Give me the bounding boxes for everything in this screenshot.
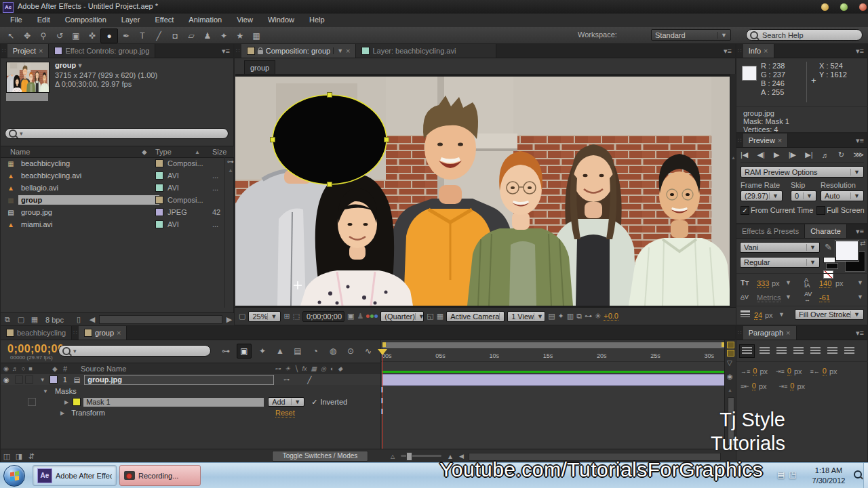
tool-button[interactable]: ▣: [68, 29, 84, 43]
source-name-column[interactable]: Source Name: [81, 365, 126, 373]
timeline-button[interactable]: ∿: [361, 344, 375, 358]
layer-duration-bar[interactable]: [382, 374, 724, 386]
tag-icon[interactable]: ⬥: [142, 148, 147, 157]
target-region-icon[interactable]: ◱: [427, 312, 433, 321]
ram-preview-options-select[interactable]: RAM Preview Options▼: [741, 166, 864, 178]
chevron-down-icon[interactable]: ▼: [778, 311, 785, 318]
item-name[interactable]: beachbicycling.avi: [18, 171, 84, 180]
font-family-select[interactable]: Vani▼: [740, 242, 820, 253]
item-name[interactable]: group: [18, 195, 159, 205]
always-preview-icon[interactable]: ▢: [239, 312, 245, 321]
menu-item[interactable]: Layer: [114, 14, 148, 26]
show-desktop-button[interactable]: [863, 463, 868, 488]
tab-composition[interactable]: Composition: group ▼ ×: [241, 44, 357, 58]
tool-button[interactable]: ↺: [52, 29, 68, 43]
workspace-select[interactable]: Standard▼: [651, 29, 731, 41]
comp-marker-bin[interactable]: [727, 342, 734, 348]
indent-first-line-value[interactable]: 0: [787, 367, 791, 375]
tab-effects-presets[interactable]: Effects & Presets: [736, 224, 805, 238]
pixel-aspect-icon[interactable]: ✦: [558, 312, 564, 321]
project-item-row[interactable]: ▲ miami.avi AVI ...: [1, 218, 224, 230]
lock-icon[interactable]: [258, 50, 263, 54]
expand-arrow-icon[interactable]: ▶: [60, 410, 64, 416]
menu-item[interactable]: View: [229, 14, 260, 26]
expand-arrow-icon[interactable]: ▼: [40, 377, 45, 383]
share-view-icon[interactable]: ▤: [548, 312, 555, 321]
expand-layer-pane-icon[interactable]: ◫: [1, 452, 13, 461]
full-screen-checkbox[interactable]: [816, 206, 825, 215]
taskbar-search-icon[interactable]: [854, 470, 862, 479]
column-name[interactable]: Name: [1, 148, 30, 156]
menu-item[interactable]: Animation: [181, 14, 229, 26]
solo-toggle[interactable]: [25, 375, 33, 384]
tool-button[interactable]: ✒: [118, 29, 134, 43]
item-name[interactable]: group.jpg: [18, 207, 55, 217]
transport-button[interactable]: |◀: [741, 150, 748, 159]
item-label-swatch[interactable]: [155, 196, 163, 204]
mini-fill-icon[interactable]: [823, 257, 835, 263]
quality-icon[interactable]: ╱: [307, 376, 311, 384]
timeline-button[interactable]: ▲: [273, 344, 287, 358]
expand-arrow-icon[interactable]: ▶: [64, 399, 68, 405]
frame-rate-select[interactable]: (29.97)▼: [741, 190, 783, 201]
scroll-up-icon[interactable]: ▲: [228, 167, 233, 174]
from-current-time-checkbox[interactable]: ✓: [741, 206, 749, 215]
transport-button[interactable]: ◀|: [757, 150, 765, 159]
new-folder-icon[interactable]: ▢: [14, 315, 28, 324]
eyedropper-icon[interactable]: ✎: [825, 242, 832, 252]
item-label-swatch[interactable]: [155, 208, 163, 216]
menu-item[interactable]: File: [3, 14, 30, 26]
chevron-down-icon[interactable]: ▼: [785, 279, 791, 286]
view-layout-select[interactable]: 1 View▼: [507, 311, 545, 322]
justify-last-right-button[interactable]: [825, 345, 840, 357]
footage-name[interactable]: group: [55, 61, 76, 69]
menu-item[interactable]: Edit: [30, 14, 58, 26]
tab-preview[interactable]: Preview×: [743, 134, 789, 147]
region-of-interest-icon[interactable]: ⬚: [293, 312, 300, 321]
transport-button[interactable]: ▶: [774, 150, 779, 159]
panel-grip[interactable]: ∷: [1, 47, 7, 54]
transport-button[interactable]: ⋙: [853, 150, 864, 159]
menu-item[interactable]: Composition: [58, 14, 114, 26]
timeline-track-area[interactable]: 00s05s10s15s20s25s30s I I I: [380, 340, 725, 449]
work-area-bar[interactable]: [382, 342, 726, 349]
layer-row[interactable]: ◉ ▼ 1 ▤ group.jpg ⊶ ╱: [1, 374, 380, 385]
mask-color-chip[interactable]: [73, 398, 81, 406]
swap-fill-stroke-icon[interactable]: ⇄: [860, 239, 865, 247]
tab-layer[interactable]: Layer: beachbicycling.avi: [356, 44, 496, 58]
transport-button[interactable]: |▶: [789, 150, 796, 159]
align-left-button[interactable]: [739, 344, 755, 358]
item-name[interactable]: miami.avi: [18, 220, 55, 229]
close-button[interactable]: [859, 3, 867, 12]
panel-grip[interactable]: ∷: [736, 137, 743, 144]
timeline-button[interactable]: ◍: [326, 344, 340, 358]
project-item-row[interactable]: ▲ beachbicycling.avi AVI ...: [1, 169, 224, 182]
tool-button[interactable]: ♟: [199, 29, 216, 43]
work-area-start-handle[interactable]: [382, 342, 386, 347]
comp-viewer[interactable]: [235, 74, 730, 307]
tab-comp-group[interactable]: group ×: [79, 326, 127, 340]
exposure-value[interactable]: +0.0: [604, 312, 618, 321]
minimize-button[interactable]: [821, 3, 829, 12]
trash-icon[interactable]: ▯: [71, 315, 87, 324]
tab-effect-controls[interactable]: Effect Controls: group.jpg: [49, 44, 155, 58]
tool-button[interactable]: ⚲: [35, 29, 52, 43]
tracking-value[interactable]: -61: [819, 293, 830, 302]
tool-button[interactable]: ★: [232, 29, 248, 43]
time-ruler[interactable]: 00s05s10s15s20s25s30s: [382, 349, 714, 363]
tool-button[interactable]: ▦: [248, 29, 264, 43]
horizontal-scrollbar[interactable]: [99, 315, 222, 324]
preview-resolution-select[interactable]: Auto▼: [821, 190, 864, 201]
zoom-out-mountain-icon[interactable]: △: [391, 453, 395, 460]
audio-toggle[interactable]: [15, 375, 23, 384]
column-type[interactable]: Type: [155, 148, 172, 156]
item-label-swatch[interactable]: [155, 171, 163, 180]
resolution-select[interactable]: (Quarter)▼: [380, 311, 424, 322]
project-item-row[interactable]: ▦ group Composi...: [1, 194, 224, 206]
transform-reset-link[interactable]: Reset: [275, 409, 295, 418]
tool-button[interactable]: ✜: [84, 29, 100, 43]
scroll-left-icon[interactable]: ◀: [87, 315, 98, 324]
exposure-icon[interactable]: ✳: [595, 312, 601, 321]
skip-select[interactable]: 0▼: [791, 190, 816, 201]
close-icon[interactable]: ×: [117, 329, 121, 337]
